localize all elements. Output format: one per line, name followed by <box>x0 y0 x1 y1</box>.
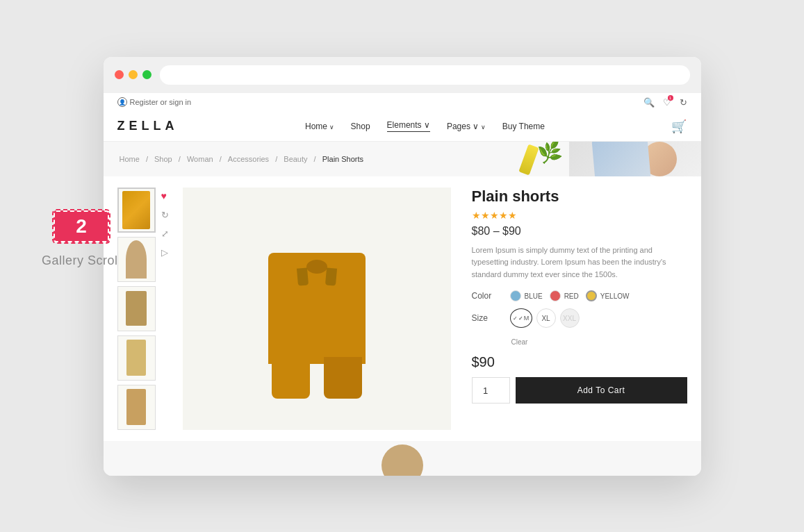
thumb-image-2 <box>126 240 147 279</box>
shorts-tie <box>306 260 327 274</box>
thumbnail-2[interactable] <box>117 237 156 282</box>
color-option-row: Color BLUE RED YELLOW <box>472 290 687 301</box>
wishlist-icon[interactable]: ♡ 1 <box>663 97 671 108</box>
product-stars: ★★★★★ <box>472 210 687 221</box>
hero-image-item <box>591 142 650 176</box>
breadcrumb-home[interactable]: Home <box>120 155 140 163</box>
product-description: Lorem Ipsum is simply dummy text of the … <box>472 244 687 281</box>
thumb-image-3 <box>126 291 147 326</box>
badge-label: Gallery Scroll <box>42 253 121 268</box>
size-xxl-label: XXL <box>563 315 576 322</box>
expand-icon[interactable]: ⤢ <box>161 228 169 239</box>
page-wrapper: 2 Gallery Scroll 👤 Register or sign in <box>0 0 804 532</box>
color-swatch-yellow <box>586 290 597 301</box>
thumbnail-4[interactable] <box>117 335 156 381</box>
main-nav: ZELLA Home Shop Elements ∨ Pages ∨ Buy T… <box>117 112 687 141</box>
register-link[interactable]: Register or sign in <box>130 98 192 106</box>
main-product-image-container <box>183 188 451 430</box>
color-red[interactable]: RED <box>550 290 579 301</box>
play-icon[interactable]: ▷ <box>161 247 169 258</box>
breadcrumb: Home / Shop / Woman / Accessories / Beau… <box>104 155 380 163</box>
person-head <box>382 444 423 476</box>
nav-links: Home Shop Elements ∨ Pages ∨ Buy Theme <box>305 120 545 132</box>
size-m-label: M <box>524 315 530 322</box>
gallery-section: ♥ ↻ ⤢ ▷ <box>117 188 169 430</box>
site-header: 👤 Register or sign in 🔍 ♡ 1 ↻ ZELLA Home <box>104 93 701 142</box>
price-range: $80 – $90 <box>472 225 687 238</box>
thumb-image-5 <box>126 389 146 425</box>
color-swatch-blue <box>510 290 521 301</box>
person-icon: 👤 <box>117 97 127 107</box>
nav-buy-theme[interactable]: Buy Theme <box>502 122 545 131</box>
traffic-light-yellow[interactable] <box>129 70 138 79</box>
shorts-body <box>268 253 366 364</box>
traffic-light-red[interactable] <box>115 70 124 79</box>
size-m[interactable]: ✓ M <box>510 308 532 328</box>
size-option-section: Size ✓ M XL XXL <box>472 308 687 347</box>
size-xxl[interactable]: XXL <box>560 308 580 328</box>
product-area: ♥ ↻ ⤢ ▷ <box>104 176 701 441</box>
color-name-red: RED <box>564 292 579 300</box>
add-to-cart-button[interactable]: Add To Cart <box>516 377 687 404</box>
size-m-check: ✓ <box>518 315 523 322</box>
nav-shop[interactable]: Shop <box>351 122 370 131</box>
bottom-peek <box>104 441 701 476</box>
logo: ZELLA <box>117 119 179 133</box>
breadcrumb-accessories[interactable]: Accessories <box>228 155 269 163</box>
refresh-icon[interactable]: ↻ <box>680 97 687 108</box>
product-details: Plain shorts ★★★★★ $80 – $90 Lorem Ipsum… <box>465 188 687 430</box>
clear-link[interactable]: Clear <box>511 338 528 346</box>
gallery-sidebar <box>117 188 156 430</box>
drawstring-left <box>296 267 308 285</box>
product-title: Plain shorts <box>472 188 687 206</box>
color-swatch-red <box>550 290 561 301</box>
size-options: ✓ M XL XXL <box>510 308 580 328</box>
traffic-lights <box>115 70 151 79</box>
traffic-light-green[interactable] <box>142 70 151 79</box>
size-label: Size <box>472 313 503 323</box>
size-xl[interactable]: XL <box>536 308 556 328</box>
hero-image-right <box>569 142 701 176</box>
color-name-blue: BLUE <box>525 292 543 300</box>
color-blue[interactable]: BLUE <box>510 290 543 301</box>
add-to-cart-row: Add To Cart <box>472 377 687 404</box>
shorts-leg-left <box>272 357 310 399</box>
thumb-image-1 <box>122 191 150 229</box>
drawstring-right <box>325 267 336 285</box>
top-bar-left: 👤 Register or sign in <box>117 97 192 107</box>
color-label: Color <box>472 291 503 301</box>
nav-pages[interactable]: Pages ∨ <box>447 122 486 131</box>
breadcrumb-plain-shorts: Plain Shorts <box>322 155 363 163</box>
quantity-input[interactable] <box>472 377 510 404</box>
browser-window: 👤 Register or sign in 🔍 ♡ 1 ↻ ZELLA Home <box>104 57 701 476</box>
address-bar[interactable] <box>160 65 690 85</box>
nav-elements[interactable]: Elements ∨ <box>387 120 430 132</box>
nav-home[interactable]: Home <box>305 122 334 131</box>
top-bar: 👤 Register or sign in 🔍 ♡ 1 ↻ <box>117 93 687 112</box>
cart-nav-icon[interactable]: 🛒 <box>671 119 687 134</box>
thumbnail-3[interactable] <box>117 286 156 331</box>
product-image-shorts <box>261 232 372 385</box>
top-bar-right: 🔍 ♡ 1 ↻ <box>643 97 687 108</box>
spray-can <box>518 144 539 175</box>
size-option-row: Size ✓ M XL XXL <box>472 308 687 328</box>
thumb-image-4 <box>126 340 146 376</box>
shorts-leg-right <box>324 357 362 399</box>
clear-row: Clear <box>472 335 687 347</box>
color-name-yellow: YELLOW <box>600 292 630 300</box>
thumbnail-5[interactable] <box>117 385 156 430</box>
breadcrumb-woman[interactable]: Woman <box>187 155 213 163</box>
color-yellow[interactable]: YELLOW <box>586 290 630 301</box>
browser-chrome <box>104 57 701 93</box>
breadcrumb-beauty[interactable]: Beauty <box>284 155 307 163</box>
heart-icon[interactable]: ♥ <box>161 190 169 201</box>
rotate-icon[interactable]: ↻ <box>161 210 169 220</box>
breadcrumb-shop[interactable]: Shop <box>154 155 172 163</box>
cart-dot: 1 <box>668 95 673 101</box>
search-icon[interactable]: 🔍 <box>643 97 655 108</box>
badge-number: 2 <box>54 210 109 242</box>
gallery-actions: ♥ ↻ ⤢ ▷ <box>161 188 169 430</box>
thumbnail-1[interactable] <box>117 188 156 233</box>
size-xl-label: XL <box>541 315 550 322</box>
left-panel: 2 Gallery Scroll <box>42 210 121 268</box>
